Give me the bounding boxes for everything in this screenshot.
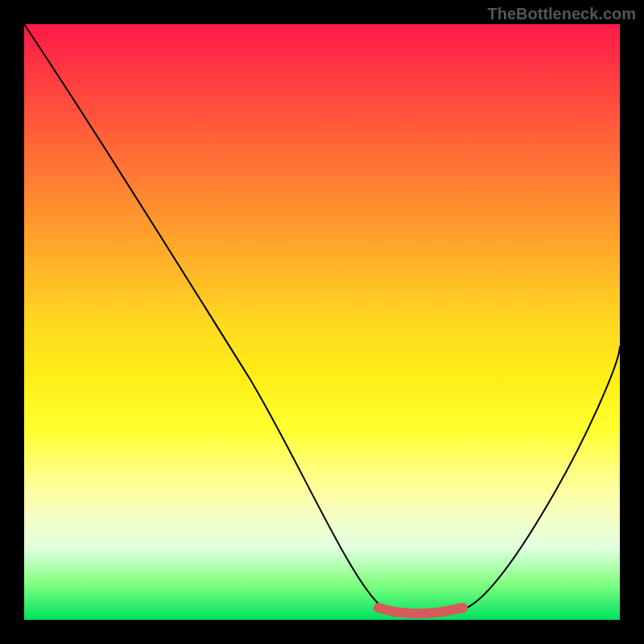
highlight-dots [378, 608, 463, 613]
bottleneck-curve [24, 24, 620, 620]
watermark-text: TheBottleneck.com [488, 5, 636, 23]
curve-path [24, 24, 620, 613]
plot-area [24, 24, 620, 620]
chart-container: TheBottleneck.com [0, 0, 644, 644]
